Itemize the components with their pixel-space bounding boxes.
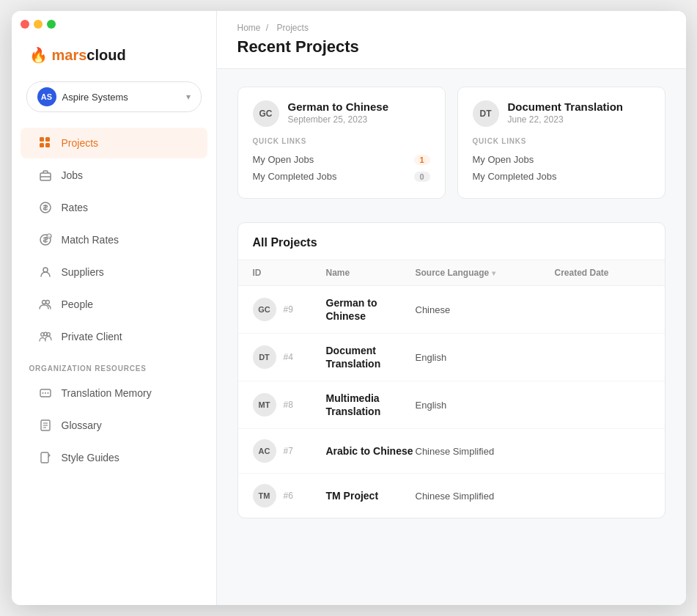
svg-point-18 bbox=[45, 392, 46, 394]
person-icon bbox=[38, 265, 53, 279]
close-button[interactable] bbox=[21, 20, 29, 29]
row-project-name-2: Multimedia Translation bbox=[326, 392, 381, 417]
sidebar-item-private-client-label: Private Client bbox=[62, 331, 122, 342]
row-id-cell-4: TM #6 bbox=[253, 484, 326, 507]
col-source-language[interactable]: Source Language ▾ bbox=[416, 268, 555, 278]
svg-point-10 bbox=[43, 268, 48, 272]
row-id-cell-0: GC #9 bbox=[253, 298, 326, 321]
svg-rect-1 bbox=[45, 137, 50, 142]
logo-icon: 🔥 bbox=[29, 46, 48, 64]
org-selector[interactable]: AS Aspire Systems ▾ bbox=[26, 81, 202, 112]
row-project-name-3: Arabic to Chinese bbox=[326, 445, 413, 457]
svg-rect-2 bbox=[40, 143, 44, 147]
minimize-button[interactable] bbox=[34, 20, 43, 29]
svg-point-12 bbox=[45, 301, 49, 304]
project-avatar-dt: DT bbox=[473, 100, 499, 127]
table-header: ID Name Source Language ▾ Created Date bbox=[238, 260, 665, 286]
source-language-dropdown-icon[interactable]: ▾ bbox=[492, 269, 495, 277]
org-avatar: AS bbox=[37, 87, 56, 106]
sidebar-item-style-guides[interactable]: Style Guides bbox=[21, 442, 207, 473]
group-icon bbox=[38, 329, 53, 344]
people-icon bbox=[38, 297, 53, 312]
row-source-cell-4: Chinese Simplified bbox=[416, 489, 555, 502]
table-row[interactable]: AC #7 Arabic to Chinese Chinese Simplifi… bbox=[238, 429, 665, 474]
svg-rect-3 bbox=[45, 143, 50, 147]
row-project-id-0: #9 bbox=[284, 304, 293, 315]
dollar-icon bbox=[38, 200, 53, 215]
quick-link-completed-jobs-label-1: My Completed Jobs bbox=[473, 171, 557, 182]
main-body: GC German to Chinese September 25, 2023 … bbox=[217, 69, 686, 605]
quick-link-completed-jobs-0[interactable]: My Completed Jobs 0 bbox=[253, 168, 430, 185]
breadcrumb: Home / Projects bbox=[237, 23, 665, 33]
card-header-1: DT Document Translation June 22, 2023 bbox=[473, 100, 650, 127]
sidebar-item-translation-memory-label: Translation Memory bbox=[62, 387, 152, 399]
table-row[interactable]: TM #6 TM Project Chinese Simplified bbox=[238, 474, 665, 518]
memory-icon bbox=[38, 386, 53, 400]
sidebar-item-rates-label: Rates bbox=[62, 202, 89, 213]
sidebar-item-match-rates[interactable]: % Match Rates bbox=[21, 224, 207, 255]
quick-link-open-jobs-1[interactable]: My Open Jobs bbox=[473, 151, 650, 168]
recent-project-card-1[interactable]: DT Document Translation June 22, 2023 QU… bbox=[457, 87, 665, 199]
main-header: Home / Projects Recent Projects bbox=[217, 11, 686, 69]
sidebar-item-glossary[interactable]: Glossary bbox=[21, 410, 207, 441]
row-source-cell-0: Chinese bbox=[416, 303, 555, 316]
row-project-id-1: #4 bbox=[284, 352, 293, 362]
quick-link-open-jobs-label-0: My Open Jobs bbox=[253, 154, 314, 165]
row-source-lang-0: Chinese bbox=[416, 304, 451, 315]
project-date-0: September 25, 2023 bbox=[288, 114, 389, 125]
sidebar-item-rates[interactable]: Rates bbox=[21, 192, 207, 223]
match-rates-icon: % bbox=[38, 232, 53, 247]
sidebar-item-people[interactable]: People bbox=[21, 289, 207, 320]
row-source-lang-4: Chinese Simplified bbox=[416, 491, 495, 502]
quick-link-open-jobs-label-1: My Open Jobs bbox=[473, 154, 534, 165]
recent-project-card-0[interactable]: GC German to Chinese September 25, 2023 … bbox=[237, 87, 446, 199]
svg-point-19 bbox=[47, 392, 48, 394]
row-source-cell-2: English bbox=[416, 398, 555, 411]
sidebar-item-people-label: People bbox=[62, 298, 94, 310]
row-name-cell-2: Multimedia Translation bbox=[326, 392, 416, 418]
book-icon bbox=[38, 418, 53, 433]
row-project-name-4: TM Project bbox=[326, 490, 379, 502]
table-row[interactable]: MT #8 Multimedia Translation English bbox=[238, 381, 665, 429]
row-avatar-dt: DT bbox=[253, 345, 276, 369]
row-avatar-gc: GC bbox=[253, 298, 276, 321]
col-name: Name bbox=[326, 268, 416, 278]
completed-jobs-badge-0: 0 bbox=[414, 172, 430, 182]
sidebar-item-translation-memory[interactable]: Translation Memory bbox=[21, 378, 207, 408]
main-content: Home / Projects Recent Projects GC Germa… bbox=[217, 11, 686, 605]
sidebar-item-glossary-label: Glossary bbox=[62, 419, 102, 431]
row-avatar-ac: AC bbox=[253, 439, 276, 463]
quick-links-label-1: QUICK LINKS bbox=[473, 137, 650, 145]
svg-text:%: % bbox=[48, 235, 51, 238]
sidebar-item-private-client[interactable]: Private Client bbox=[21, 321, 207, 352]
maximize-button[interactable] bbox=[47, 20, 56, 29]
row-project-name-0: German to Chinese bbox=[326, 297, 377, 322]
open-jobs-badge-0: 1 bbox=[414, 155, 430, 165]
doc-icon bbox=[38, 450, 53, 465]
sidebar-item-match-rates-label: Match Rates bbox=[62, 234, 119, 246]
sidebar-item-projects[interactable]: Projects bbox=[21, 128, 207, 158]
briefcase-icon bbox=[38, 168, 53, 183]
breadcrumb-home[interactable]: Home bbox=[237, 23, 261, 33]
sidebar-item-style-guides-label: Style Guides bbox=[62, 452, 119, 463]
table-row[interactable]: GC #9 German to Chinese Chinese bbox=[238, 286, 665, 334]
table-row[interactable]: DT #4 Document Translation English bbox=[238, 334, 665, 381]
grid-icon bbox=[38, 136, 53, 150]
quick-link-open-jobs-0[interactable]: My Open Jobs 1 bbox=[253, 151, 430, 168]
sidebar-item-jobs-label: Jobs bbox=[62, 169, 84, 181]
sidebar-item-suppliers[interactable]: Suppliers bbox=[21, 257, 207, 287]
quick-link-completed-jobs-1[interactable]: My Completed Jobs bbox=[473, 168, 650, 185]
org-resources-section-label: ORGANIZATION RESOURCES bbox=[12, 353, 216, 377]
row-name-cell-1: Document Translation bbox=[326, 344, 416, 370]
breadcrumb-separator: / bbox=[266, 23, 271, 33]
row-id-cell-2: MT #8 bbox=[253, 393, 326, 417]
sidebar-item-projects-label: Projects bbox=[62, 137, 99, 149]
col-id: ID bbox=[253, 268, 326, 278]
all-projects-header: All Projects bbox=[238, 223, 665, 260]
row-source-cell-3: Chinese Simplified bbox=[416, 444, 555, 458]
window-controls bbox=[21, 20, 56, 29]
row-avatar-mt: MT bbox=[253, 393, 276, 417]
sidebar-item-jobs[interactable]: Jobs bbox=[21, 160, 207, 191]
project-date-1: June 22, 2023 bbox=[508, 114, 624, 125]
quick-link-completed-jobs-label-0: My Completed Jobs bbox=[253, 171, 337, 182]
